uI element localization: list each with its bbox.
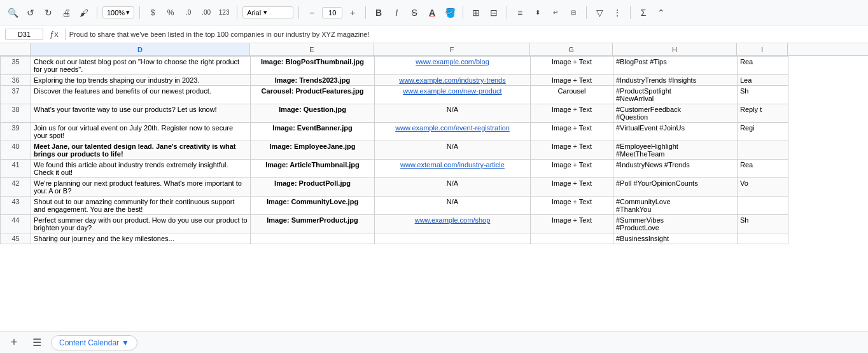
cell-d-43[interactable]: Shout out to our amazing community for t…: [31, 197, 251, 215]
cell-d-44[interactable]: Perfect summer day with our product. How…: [31, 215, 251, 233]
cell-d-36[interactable]: Exploring the top trends shaping our ind…: [31, 75, 251, 86]
cell-i-42[interactable]: Vo: [738, 178, 788, 197]
freeze-icon[interactable]: ⊟: [566, 5, 581, 20]
cell-i-37[interactable]: Sh: [738, 86, 788, 104]
col-header-e[interactable]: E: [250, 43, 374, 55]
cell-h-44[interactable]: #SummerVibes #ProductLove: [613, 215, 738, 233]
cell-g-40[interactable]: Image + Text: [531, 141, 613, 160]
col-header-i[interactable]: I: [737, 43, 788, 55]
font-size-increase-icon[interactable]: +: [345, 5, 360, 20]
cell-e-44[interactable]: Image: SummerProduct.jpg: [251, 215, 375, 233]
cell-d-37[interactable]: Discover the features and benefits of ou…: [31, 86, 251, 104]
cell-h-38[interactable]: #CustomerFeedback #Question: [613, 104, 738, 123]
cell-g-35[interactable]: Image + Text: [531, 57, 613, 75]
cell-i-43[interactable]: [738, 197, 788, 215]
cell-d-35[interactable]: Check out our latest blog post on "How t…: [31, 57, 251, 75]
cell-f-40[interactable]: N/A: [375, 141, 531, 160]
cell-i-39[interactable]: Regi: [738, 123, 788, 141]
cell-d-41[interactable]: We found this article about industry tre…: [31, 160, 251, 178]
cell-g-37[interactable]: Carousel: [531, 86, 613, 104]
sheet-tab-content-calendar[interactable]: Content Calendar ▼: [51, 335, 137, 350]
percent-icon[interactable]: %: [163, 5, 178, 20]
cell-h-42[interactable]: #Poll #YourOpinionCounts: [613, 178, 738, 197]
dollar-icon[interactable]: $: [145, 5, 160, 20]
font-selector[interactable]: Arial ▾: [242, 6, 293, 18]
cell-g-42[interactable]: Image + Text: [531, 178, 613, 197]
cell-f-37[interactable]: www.example.com/new-product: [375, 86, 531, 104]
cell-h-40[interactable]: #EmployeeHighlight #MeetTheTeam: [613, 141, 738, 160]
cell-g-39[interactable]: Image + Text: [531, 123, 613, 141]
cell-e-42[interactable]: Image: ProductPoll.jpg: [251, 178, 375, 197]
cell-f-41[interactable]: www.external.com/industry-article: [375, 160, 531, 178]
expand-icon[interactable]: ⌃: [654, 5, 669, 20]
align-icon[interactable]: ≡: [512, 5, 528, 20]
cell-f-35[interactable]: www.example.com/blog: [375, 57, 531, 75]
cell-f-38[interactable]: N/A: [375, 104, 531, 123]
cell-f-43[interactable]: N/A: [375, 197, 531, 215]
redo-icon[interactable]: ↻: [41, 5, 56, 20]
decimal-increase-icon[interactable]: .00: [199, 5, 214, 20]
cell-f-44[interactable]: www.example.com/shop: [375, 215, 531, 233]
bold-icon[interactable]: B: [371, 5, 386, 20]
cell-d-39[interactable]: Join us for our virtual event on July 20…: [31, 123, 251, 141]
cell-e-35[interactable]: Image: BlogPostThumbnail.jpg: [251, 57, 375, 75]
cell-f-45[interactable]: [375, 233, 531, 244]
cell-h-41[interactable]: #IndustryNews #Trends: [613, 160, 738, 178]
cell-i-40[interactable]: [738, 141, 788, 160]
fill-color-icon[interactable]: 🪣: [442, 5, 458, 20]
zoom-selector[interactable]: 100% ▾: [102, 6, 134, 18]
valign-icon[interactable]: ⬍: [530, 5, 545, 20]
cell-g-43[interactable]: Image + Text: [531, 197, 613, 215]
cell-h-37[interactable]: #ProductSpotlight #NewArrival: [613, 86, 738, 104]
cell-ref-input[interactable]: D31: [5, 29, 43, 40]
cell-h-45[interactable]: #BusinessInsight: [613, 233, 738, 244]
cell-f-42[interactable]: N/A: [375, 178, 531, 197]
cell-i-35[interactable]: Rea: [738, 57, 788, 75]
cell-i-45[interactable]: [738, 233, 788, 244]
format-paint-icon[interactable]: 🖌: [76, 5, 92, 20]
cell-h-36[interactable]: #IndustryTrends #Insights: [613, 75, 738, 86]
borders-icon[interactable]: ⊞: [468, 5, 484, 20]
cell-e-43[interactable]: Image: CommunityLove.jpg: [251, 197, 375, 215]
undo-icon[interactable]: ↺: [23, 5, 38, 20]
cell-g-44[interactable]: Image + Text: [531, 215, 613, 233]
cell-g-36[interactable]: Image + Text: [531, 75, 613, 86]
decimal-decrease-icon[interactable]: .0: [181, 5, 196, 20]
cell-e-36[interactable]: Image: Trends2023.jpg: [251, 75, 375, 86]
wrap-icon[interactable]: ↵: [548, 5, 563, 20]
font-size-decrease-icon[interactable]: −: [304, 5, 319, 20]
cell-e-37[interactable]: Carousel: ProductFeatures.jpg: [251, 86, 375, 104]
font-size-input[interactable]: 10: [322, 7, 342, 18]
print-icon[interactable]: 🖨: [59, 5, 74, 20]
filter-icon[interactable]: ▽: [592, 5, 607, 20]
cell-d-45[interactable]: Sharing our journey and the key mileston…: [31, 233, 251, 244]
cell-g-38[interactable]: Image + Text: [531, 104, 613, 123]
cell-d-40[interactable]: Meet Jane, our talented design lead. Jan…: [31, 141, 251, 160]
add-sheet-button[interactable]: +: [5, 334, 23, 352]
search-icon[interactable]: 🔍: [5, 5, 20, 20]
strikethrough-icon[interactable]: S: [407, 5, 422, 20]
cell-h-35[interactable]: #BlogPost #Tips: [613, 57, 738, 75]
more-icon[interactable]: ⋮: [610, 5, 625, 20]
cell-h-43[interactable]: #CommunityLove #ThankYou: [613, 197, 738, 215]
cell-e-45[interactable]: [251, 233, 375, 244]
number-format-icon[interactable]: 123: [216, 5, 232, 20]
cell-d-42[interactable]: We're planning our next product features…: [31, 178, 251, 197]
col-header-h[interactable]: H: [613, 43, 737, 55]
italic-icon[interactable]: I: [389, 5, 404, 20]
cell-e-39[interactable]: Image: EventBanner.jpg: [251, 123, 375, 141]
merge-icon[interactable]: ⊟: [486, 5, 501, 20]
cell-f-36[interactable]: www.example.com/industry-trends: [375, 75, 531, 86]
cell-i-41[interactable]: Rea: [738, 160, 788, 178]
col-header-d[interactable]: D: [31, 43, 250, 55]
sum-icon[interactable]: Σ: [636, 5, 651, 20]
cell-g-45[interactable]: [531, 233, 613, 244]
cell-e-41[interactable]: Image: ArticleThumbnail.jpg: [251, 160, 375, 178]
col-header-g[interactable]: G: [530, 43, 613, 55]
cell-d-38[interactable]: What's your favorite way to use our prod…: [31, 104, 251, 123]
cell-h-39[interactable]: #VirtualEvent #JoinUs: [613, 123, 738, 141]
cell-e-40[interactable]: Image: EmployeeJane.jpg: [251, 141, 375, 160]
cell-i-44[interactable]: Sh: [738, 215, 788, 233]
col-header-f[interactable]: F: [374, 43, 530, 55]
cell-g-41[interactable]: Image + Text: [531, 160, 613, 178]
